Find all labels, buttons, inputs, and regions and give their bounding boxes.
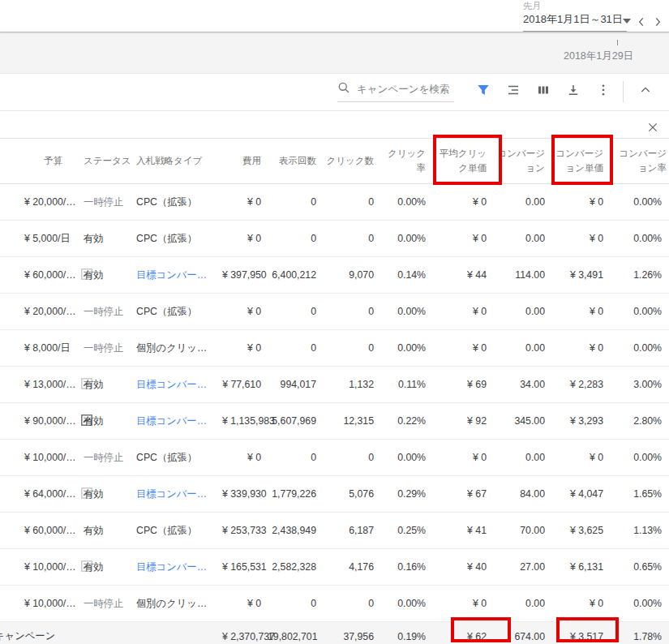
cost-cell: ¥ 0 [222, 233, 268, 244]
table-row: ¥ 10,000/…一時停止CPC（拡張）¥ 0000.00%¥ 00.00¥ … [0, 440, 669, 476]
column-header-budget[interactable]: 予算 [0, 154, 84, 168]
segment-icon [506, 83, 521, 101]
clicks-cell: 1,132 [323, 379, 380, 390]
collapse-table-button[interactable] [632, 78, 659, 105]
impressions-cell: 0 [268, 598, 323, 609]
budget-cell[interactable]: ¥ 10,000/… [0, 452, 84, 463]
budget-cell[interactable]: ¥ 10,000/… [0, 598, 84, 609]
bid_type-cell: 個別のクリッ… [136, 597, 222, 611]
download-button[interactable] [560, 78, 587, 105]
ctr-cell: 0.00% [380, 306, 432, 317]
conv_rate-cell: 1.26% [610, 269, 669, 281]
total-clicks-cell: 37,956 [323, 631, 380, 642]
bid_type-cell[interactable]: 目標コンバー… [136, 268, 222, 282]
cost_per_conv-cell: ¥ 3,293 [551, 415, 610, 427]
total-row-label: キャンペーン [0, 629, 84, 643]
conversions-cell: 114.00 [493, 269, 551, 281]
clicks-cell: 0 [323, 306, 380, 317]
conversions-cell: 345.00 [493, 415, 551, 427]
cost-cell: ¥ 0 [222, 342, 268, 354]
search-input[interactable] [355, 83, 454, 96]
budget-cell[interactable]: ¥ 90,000/… [0, 414, 84, 428]
conversions-cell: 0.00 [493, 598, 551, 609]
impressions-cell: 0 [268, 196, 323, 208]
clicks-cell: 5,076 [323, 488, 380, 500]
budget-cell[interactable]: ¥ 8,000/日 [0, 341, 84, 355]
conv_rate-cell: 3.00% [610, 379, 669, 390]
table-row: ¥ 10,000/…有効目標コンバー…¥ 165,5312,582,3284,1… [0, 549, 669, 586]
budget-cell[interactable]: ¥ 13,000/… [0, 378, 84, 392]
column-header-bid_type[interactable]: 入札戦略タイプ [136, 154, 222, 168]
budget-cell[interactable]: ¥ 5,000/日 [0, 232, 84, 246]
table-row: ¥ 5,000/日有効CPC（拡張）¥ 0000.00%¥ 00.00¥ 00.… [0, 221, 669, 257]
bid_type-cell: CPC（拡張） [136, 451, 222, 465]
bid_type-cell[interactable]: 目標コンバー… [136, 414, 222, 428]
date-range-dropdown[interactable]: 2018年1月1日～31日 [523, 12, 627, 32]
status-cell[interactable]: 一時停止 [84, 195, 136, 209]
bid_type-cell[interactable]: 目標コンバー… [136, 560, 222, 574]
status-cell[interactable]: 有効 [84, 232, 136, 246]
close-icon [646, 121, 659, 137]
conv_rate-cell: 0.00% [610, 306, 669, 317]
status-cell[interactable]: 有効 [84, 487, 136, 501]
conversions-cell: 84.00 [493, 488, 551, 500]
status-cell[interactable]: 一時停止 [84, 305, 136, 319]
clicks-cell: 0 [323, 196, 380, 208]
cost_per_conv-cell: ¥ 2,283 [551, 379, 610, 390]
table-body: ¥ 20,000/…一時停止CPC（拡張）¥ 0000.00%¥ 00.00¥ … [0, 184, 669, 622]
budget-cell[interactable]: ¥ 60,000/… [0, 268, 84, 282]
conversions-cell: 0.00 [493, 196, 551, 208]
column-header-cost_per_conv[interactable]: コンバージョン単価 [551, 147, 610, 175]
ctr-cell: 0.00% [380, 233, 432, 244]
bid_type-cell[interactable]: 目標コンバー… [136, 487, 222, 501]
budget-cell[interactable]: ¥ 64,000/… [0, 487, 84, 501]
column-header-impressions[interactable]: 表示回数 [268, 154, 323, 168]
column-header-status[interactable]: ステータス [84, 154, 136, 168]
status-cell[interactable]: 一時停止 [84, 341, 136, 355]
status-cell[interactable]: 有効 [84, 378, 136, 392]
impressions-cell: 6,400,212 [268, 269, 323, 281]
budget-cell[interactable]: ¥ 10,000/… [0, 560, 84, 574]
more-options-button[interactable] [590, 78, 617, 105]
ctr-cell: 0.25% [380, 525, 432, 536]
conv_rate-cell: 0.65% [610, 561, 669, 573]
date-range-picker[interactable]: 先月 2018年1月1日～31日 [523, 1, 666, 32]
status-cell[interactable]: 一時停止 [84, 597, 136, 611]
conversions-cell: 0.00 [493, 342, 551, 354]
status-cell[interactable]: 一時停止 [84, 451, 136, 465]
segment-button[interactable] [500, 78, 527, 105]
budget-value: ¥ 64,000/… [24, 488, 76, 500]
status-cell[interactable]: 有効 [84, 414, 136, 428]
budget-cell[interactable]: ¥ 60,000/… [0, 525, 84, 536]
column-header-conversions[interactable]: コンバージョン [493, 147, 551, 175]
conv_rate-cell: 1.13% [610, 525, 669, 536]
table-row: ¥ 20,000/…一時停止CPC（拡張）¥ 0000.00%¥ 00.00¥ … [0, 294, 669, 330]
bid_type-cell[interactable]: 目標コンバー… [136, 378, 222, 392]
impressions-cell: 5,607,969 [268, 415, 323, 427]
status-cell[interactable]: 有効 [84, 268, 136, 282]
impressions-cell: 0 [268, 233, 323, 244]
conv_rate-cell: 0.00% [610, 452, 669, 463]
conversions-cell: 70.00 [493, 525, 551, 536]
search-box[interactable] [337, 81, 454, 102]
budget-cell[interactable]: ¥ 20,000/… [0, 196, 84, 208]
column-header-avg_cpc[interactable]: 平均クリック単価 [432, 147, 493, 175]
impressions-cell: 0 [268, 306, 323, 317]
clicks-cell: 6,187 [323, 525, 380, 536]
next-period-button[interactable] [650, 12, 666, 32]
close-button[interactable] [645, 122, 660, 136]
column-header-cost[interactable]: 費用 [222, 154, 268, 168]
filter-button[interactable] [470, 78, 497, 105]
date-range-value: 2018年1月1日～31日 [523, 12, 623, 27]
budget-cell[interactable]: ¥ 20,000/… [0, 306, 84, 317]
status-cell[interactable]: 有効 [84, 560, 136, 574]
column-header-conv_rate[interactable]: コンバージョン率 [610, 147, 669, 175]
columns-button[interactable] [530, 78, 557, 105]
table-row: ¥ 60,000/…有効目標コンバー…¥ 397,9506,400,2129,0… [0, 257, 669, 294]
column-header-ctr[interactable]: クリック率 [380, 147, 432, 175]
impressions-cell: 2,582,328 [268, 561, 323, 573]
previous-period-button[interactable] [633, 12, 650, 32]
cost-cell: ¥ 0 [222, 306, 268, 317]
status-cell[interactable]: 有効 [84, 524, 136, 538]
column-header-clicks[interactable]: クリック数 [323, 154, 380, 168]
